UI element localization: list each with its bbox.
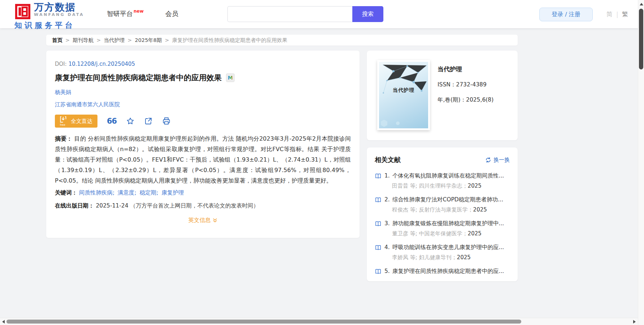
breadcrumb-home[interactable]: 首页 xyxy=(52,37,62,44)
volume-value: 2025,6(8) xyxy=(466,97,493,103)
book-icon xyxy=(375,196,382,203)
nav-membership[interactable]: 会员 xyxy=(165,9,178,18)
favorite-button[interactable] xyxy=(126,117,135,125)
page: 万方数据 WANFANG DATA 知识服务平台 智研平台new 会员 搜索 登… xyxy=(0,0,644,325)
journal-name[interactable]: 当代护理 xyxy=(438,65,493,73)
pubdate-label: 在线出版日期： xyxy=(55,202,94,209)
journal-cover[interactable]: 当代护理 xyxy=(377,60,430,130)
related-item-meta: 董卫彦 等; 中国老年保健医学； xyxy=(392,230,468,237)
keywords-label: 关键词： xyxy=(55,189,77,196)
medlive-badge[interactable]: M xyxy=(226,73,235,82)
journal-volume-row: 年,卷(期)：2025,6(8) xyxy=(438,96,493,104)
affiliation-link[interactable]: 江苏省南通市第六人民医院 xyxy=(55,101,120,108)
related-item-title[interactable]: 个体化有氧抗阻肺康复训练在稳定期间质性... xyxy=(392,172,504,180)
breadcrumb-separator: > xyxy=(96,37,101,43)
chevron-double-down-icon xyxy=(212,218,218,223)
wanfang-logo[interactable]: 万方数据 WANFANG DATA 知识服务平台 xyxy=(14,2,84,30)
star-icon xyxy=(126,117,135,125)
quote-icon: 66 xyxy=(107,117,117,125)
language-switch: 简 | 繁 xyxy=(606,10,628,18)
related-item: 2. 综合性肺康复疗法对COPD稳定期患者肺功... 程俊杰 等; 反射疗法与康… xyxy=(375,194,510,215)
scroll-left-icon[interactable] xyxy=(2,320,5,324)
breadcrumb-issue[interactable]: 2025年8期 xyxy=(135,37,162,44)
book-icon xyxy=(375,220,382,227)
scroll-right-icon[interactable] xyxy=(633,320,636,324)
article-detail-card: DOI: 10.12208/j.cn.20250405 康复护理在间质性肺疾病稳… xyxy=(46,51,360,238)
related-articles-list: 1. 个体化有氧抗阻肺康复训练在稳定期间质性... 田昔昔 等; 四川生理科学杂… xyxy=(375,171,510,281)
related-articles-card: 相关文献 换一换 1. 个体化有氧抗阻肺康复训练在稳定期间质性... 田昔昔 xyxy=(367,147,518,281)
scroll-up-icon[interactable] xyxy=(640,3,643,5)
article-title: 康复护理在间质性肺疾病稳定期患者中的应用效果 xyxy=(55,73,222,83)
book-icon xyxy=(375,268,382,275)
issn-label: ISSN： xyxy=(438,81,456,88)
share-button[interactable] xyxy=(144,117,153,125)
related-item-title[interactable]: 康复护理在间质性肺疾病稳定期患者中的应... xyxy=(392,268,504,275)
journal-cover-title: 当代护理 xyxy=(379,87,428,94)
search-button[interactable]: 搜索 xyxy=(352,6,383,22)
download-free-icon: free xyxy=(60,116,68,126)
keywords-row: 关键词： 间质性肺疾病; 满意度; 稳定期; 康复护理 xyxy=(55,189,351,197)
related-item: 5. 康复护理在间质性肺疾病稳定期患者中的应... xyxy=(375,266,510,281)
vertical-scrollbar-thumb[interactable] xyxy=(639,9,643,69)
related-item: 3. 肺功能康复锻炼在慢阻肺稳定期康复护理中... 董卫彦 等; 中国老年保健医… xyxy=(375,218,510,239)
keyword-link[interactable]: 康复护理 xyxy=(161,189,184,196)
breadcrumb-journal[interactable]: 当代护理 xyxy=(104,37,125,44)
search-input[interactable] xyxy=(227,6,352,22)
related-item-year: 2025 xyxy=(468,230,482,237)
lang-divider: | xyxy=(616,11,618,18)
lang-traditional[interactable]: 繁 xyxy=(622,10,628,18)
related-articles-title: 相关文献 xyxy=(375,155,401,164)
breadcrumb-separator: > xyxy=(165,37,169,43)
fulltext-label: 全文直达 xyxy=(71,118,92,125)
author-link[interactable]: 杨美娟 xyxy=(55,89,71,95)
book-icon xyxy=(375,244,382,251)
journal-issn-row: ISSN：2732-4389 xyxy=(438,81,493,89)
doi-link[interactable]: 10.12208/j.cn.20250405 xyxy=(69,61,135,67)
refresh-icon xyxy=(485,157,491,163)
related-item-year: 2025 xyxy=(457,254,471,261)
english-info-toggle[interactable]: 英文信息 xyxy=(188,217,218,224)
vertical-scrollbar[interactable] xyxy=(638,0,644,325)
abstract-label: 摘要： xyxy=(55,135,73,142)
related-item-year: 2025 xyxy=(468,183,482,189)
abstract: 摘要： 目的 分析间质性肺疾病稳定期用康复护理所起到的作用。方法 随机均分202… xyxy=(55,133,351,186)
cite-button[interactable]: 66 xyxy=(107,117,117,125)
refresh-related-button[interactable]: 换一换 xyxy=(485,157,510,163)
volume-label: 年,卷(期)： xyxy=(438,97,466,103)
breadcrumb-current-article: 康复护理在间质性肺疾病稳定期患者中的应用效果 xyxy=(172,37,287,44)
online-pubdate-row: 在线出版日期： 2025-11-24 （万方平台首次上网日期，不代表论文的发表时… xyxy=(55,202,351,210)
article-actions: free 全文直达 66 xyxy=(55,115,351,128)
horizontal-scrollbar[interactable] xyxy=(0,318,638,325)
related-item: 1. 个体化有氧抗阻肺康复训练在稳定期间质性... 田昔昔 等; 四川生理科学杂… xyxy=(375,171,510,191)
horizontal-scrollbar-thumb[interactable] xyxy=(6,320,521,324)
cover-network-art xyxy=(379,62,428,128)
doi-row: DOI: 10.12208/j.cn.20250405 xyxy=(55,61,351,67)
related-item-year: 2025 xyxy=(473,206,487,213)
nav-zhiyan-platform[interactable]: 智研平台new xyxy=(107,9,144,18)
print-icon xyxy=(162,117,171,125)
related-item-title[interactable]: 肺功能康复锻炼在慢阻肺稳定期康复护理中... xyxy=(392,220,504,227)
related-item-meta: 李娇凤 等; 妇儿健康导刊； xyxy=(392,254,457,261)
keyword-link[interactable]: 稳定期 xyxy=(140,189,157,196)
brand-name-en: WANFANG DATA xyxy=(34,12,84,17)
print-button[interactable] xyxy=(162,117,171,125)
issn-value: 2732-4389 xyxy=(456,81,487,88)
header: 万方数据 WANFANG DATA 知识服务平台 智研平台new 会员 搜索 登… xyxy=(0,0,644,28)
keyword-link[interactable]: 满意度 xyxy=(118,189,135,196)
related-item-title[interactable]: 综合性肺康复疗法对COPD稳定期患者肺功... xyxy=(392,196,503,204)
book-icon xyxy=(375,172,382,179)
login-register-button[interactable]: 登录 / 注册 xyxy=(539,8,593,21)
share-icon xyxy=(144,117,153,125)
breadcrumb-separator: > xyxy=(127,37,132,43)
fulltext-button[interactable]: free 全文直达 xyxy=(55,115,97,128)
breadcrumb: 首页 > 期刊导航 > 当代护理 > 2025年8期 > 康复护理在间质性肺疾病… xyxy=(46,35,518,46)
lang-simplified[interactable]: 简 xyxy=(606,10,613,18)
brand-tagline: 知识服务平台 xyxy=(14,21,84,30)
abstract-text: 目的 分析间质性肺疾病稳定期用康复护理所起到的作用。方法 随机均分2023年3月… xyxy=(55,135,351,184)
wanfang-logo-icon xyxy=(14,3,31,20)
related-item-title[interactable]: 呼吸功能训练在肺实变患儿康复护理中的应... xyxy=(392,244,504,251)
breadcrumb-journal-nav[interactable]: 期刊导航 xyxy=(73,37,93,44)
doi-label: DOI: xyxy=(55,61,67,67)
keyword-link[interactable]: 间质性肺疾病 xyxy=(79,189,113,196)
breadcrumb-separator: > xyxy=(65,37,70,43)
